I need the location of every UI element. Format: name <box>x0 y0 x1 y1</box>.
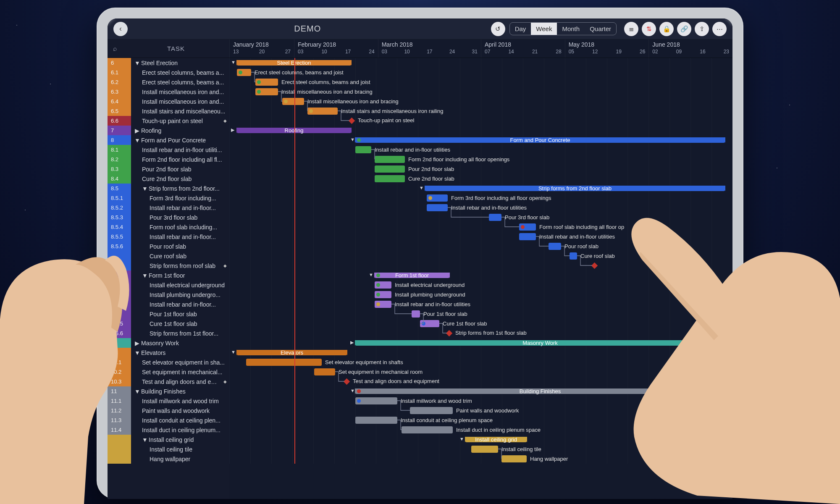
task-row[interactable]: 8.1Install rebar and in-floor utiliti... <box>108 145 229 155</box>
task-row[interactable]: 6.5Install stairs and miscellaneou... <box>108 106 229 116</box>
task-row[interactable]: 8▼Form and Pour Concrete <box>108 135 229 145</box>
day-tick: 17 <box>427 49 432 55</box>
task-row[interactable]: 6.6Touch-up paint on steel◆ <box>108 116 229 126</box>
task-bar[interactable]: Pour 1st floor slab <box>412 310 420 318</box>
row-toggle-icon[interactable]: ▼ <box>231 60 236 65</box>
expand-icon[interactable]: ▼ <box>134 137 139 144</box>
summary-bar[interactable]: Elevators <box>237 350 347 355</box>
task-label: Strip forms from 1st floor... <box>150 330 218 337</box>
task-row[interactable]: 7▶Roofing <box>108 126 229 135</box>
task-label: Pour 2nd floor slab <box>142 166 192 173</box>
task-label: Cure 2nd floor slab <box>142 176 192 182</box>
task-id: 8.5 <box>108 184 131 193</box>
expand-icon[interactable]: ▼ <box>142 272 147 279</box>
milestone[interactable] <box>349 118 355 124</box>
bar-label: Steel Erection <box>237 60 351 66</box>
task-bar[interactable]: Install duct in ceiling plenum space <box>402 426 453 433</box>
task-bar[interactable]: Pour 2nd floor slab <box>375 165 405 173</box>
range-week[interactable]: Week <box>531 23 557 35</box>
search-icon[interactable]: ⌕ <box>108 45 123 52</box>
task-bar[interactable]: Set elevator equipment in shafts <box>246 359 322 366</box>
task-bar[interactable]: Pour roof slab <box>549 243 561 250</box>
back-button[interactable]: ‹ <box>113 22 128 36</box>
day-tick: 10 <box>321 49 327 55</box>
task-row[interactable]: 6.2Erect steel columns, beams a... <box>108 77 229 87</box>
summary-bar[interactable]: Form and Pour Concrete <box>355 137 725 143</box>
task-id: 8.3 <box>108 164 131 174</box>
summary-bar[interactable]: Install ceiling grid <box>465 437 527 442</box>
summary-bar[interactable]: Steel Erection <box>237 60 351 66</box>
row-toggle-icon[interactable]: ▼ <box>369 272 373 277</box>
lock-icon[interactable]: 🔒 <box>659 22 674 36</box>
task-row[interactable]: 8.2Form 2nd floor including all fl... <box>108 155 229 164</box>
task-row[interactable]: 6▼Steel Erection <box>108 58 229 68</box>
sidebar-header: ⌕ TASK <box>108 39 229 58</box>
undo-button[interactable]: ↺ <box>491 22 505 36</box>
summary-bar[interactable]: Form 1st floor <box>375 273 449 278</box>
task-bar[interactable]: Install conduit at ceiling plenum space <box>355 417 397 424</box>
bar-label: Install ceiling grid <box>465 436 527 443</box>
row-toggle-icon[interactable]: ▼ <box>350 137 355 142</box>
task-row[interactable]: 6.1Erect steel columns, beams a... <box>108 68 229 77</box>
adjust-icon[interactable]: ⇅ <box>642 22 656 36</box>
bar-label: Install conduit at ceiling plenum space <box>397 417 493 423</box>
month-label: February 2018 <box>298 41 375 48</box>
task-label: Set elevator equipment in sha... <box>142 359 225 366</box>
task-row[interactable]: 6.4Install miscellaneous iron and... <box>108 97 229 106</box>
task-bar[interactable]: Form 2nd floor including all floor openi… <box>375 156 405 163</box>
range-day[interactable]: Day <box>510 23 531 35</box>
row-toggle-icon[interactable]: ▼ <box>231 349 236 354</box>
task-label: Form and Pour Concrete <box>141 137 206 144</box>
task-id: 8 <box>108 135 131 145</box>
milestone[interactable] <box>446 330 453 337</box>
expand-icon[interactable]: ▼ <box>142 436 147 443</box>
task-label: Hang wallpaper <box>150 456 190 462</box>
month-label: January 2018 <box>233 41 291 48</box>
range-quarter[interactable]: Quarter <box>585 23 616 35</box>
task-row[interactable]: 8.5.2Install rebar and in-floor... <box>108 203 229 213</box>
task-bar[interactable]: Hang wallpaper <box>501 455 527 462</box>
day-tick: 02 <box>652 49 658 55</box>
row-toggle-icon[interactable]: ▼ <box>350 388 355 393</box>
range-month[interactable]: Month <box>557 23 585 35</box>
layers-icon[interactable]: ≣ <box>624 22 638 36</box>
milestone[interactable] <box>344 378 350 385</box>
status-pin <box>376 293 380 297</box>
row-toggle-icon[interactable]: ▼ <box>419 185 424 190</box>
task-bar[interactable]: Cure roof slab <box>570 252 577 260</box>
task-row[interactable]: 8.3Pour 2nd floor slab <box>108 164 229 174</box>
link-icon[interactable]: 🔗 <box>677 22 691 36</box>
summary-bar[interactable]: Strip forms from 2nd floor slab <box>425 186 725 191</box>
task-bar[interactable]: Pour 3rd floor slab <box>489 214 501 221</box>
task-label: Install rebar and in-floor... <box>150 301 216 308</box>
share-icon[interactable]: ⇪ <box>695 22 709 36</box>
row-toggle-icon[interactable]: ▶ <box>231 127 234 133</box>
more-icon[interactable]: ⋯ <box>712 22 727 36</box>
task-bar[interactable]: Set equipment in mechanical room <box>314 368 335 375</box>
milestone[interactable] <box>591 262 598 269</box>
task-label: Install rebar and in-floor... <box>150 234 216 240</box>
task-label: Install electrical underground <box>150 282 225 289</box>
row-toggle-icon[interactable]: ▶ <box>350 340 354 345</box>
summary-bar[interactable]: Roofing <box>237 128 351 133</box>
expand-icon[interactable]: ▼ <box>142 185 147 192</box>
task-bar[interactable]: Paint walls and woodwork <box>410 407 453 414</box>
day-tick: 03 <box>298 49 303 55</box>
task-bar[interactable]: Cure 2nd floor slab <box>375 175 405 182</box>
bar-label: Elevators <box>237 349 347 356</box>
task-row[interactable]: 8.5▼Strip forms from 2nd floor... <box>108 184 229 193</box>
task-row[interactable]: 6.3Install miscellaneous iron and... <box>108 87 229 97</box>
task-row[interactable]: 8.4Cure 2nd floor slab <box>108 174 229 184</box>
bar-label: Set elevator equipment in shafts <box>322 359 403 365</box>
status-pin <box>376 302 380 306</box>
task-bar[interactable]: Install rebar and in-floor utilities <box>427 204 448 211</box>
task-bar[interactable]: Install millwork and wood trim <box>355 397 397 404</box>
expand-icon[interactable]: ▼ <box>134 60 139 66</box>
task-bar[interactable]: Install rebar and in-floor utilities <box>519 233 536 240</box>
task-label: Install duct in ceiling plenum... <box>142 427 220 433</box>
task-id: 8.1 <box>108 145 131 155</box>
task-row[interactable]: 8.5.1Form 3rd floor including... <box>108 193 229 203</box>
expand-icon[interactable]: ▶ <box>134 127 139 134</box>
task-bar[interactable]: Install ceiling tile <box>471 446 498 453</box>
row-toggle-icon[interactable]: ▼ <box>459 436 464 441</box>
